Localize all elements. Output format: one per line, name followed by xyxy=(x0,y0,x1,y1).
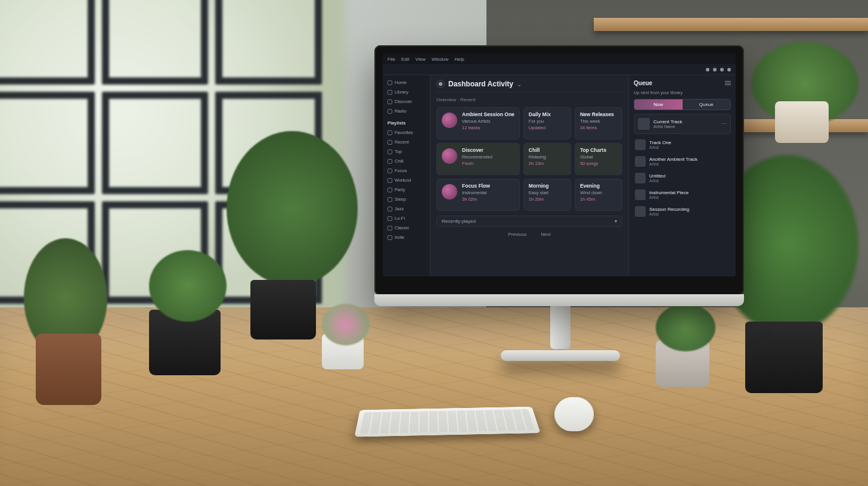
card-meta: 3h 02m xyxy=(462,197,490,202)
square-icon xyxy=(388,226,392,230)
menu-item[interactable]: View xyxy=(416,57,426,62)
sidebar-item[interactable]: Recent xyxy=(385,138,427,146)
card[interactable]: Ambient Session One Various Artists 12 t… xyxy=(436,107,520,139)
list-item[interactable]: Instrumental PieceArtist xyxy=(634,188,731,202)
sidebar-item[interactable]: Focus xyxy=(385,167,427,175)
card-subtitle: Relaxing xyxy=(529,154,546,160)
sidebar-item[interactable]: Radio xyxy=(385,107,427,115)
main-content: Dashboard Activity ⌄ Overview · Recent A… xyxy=(430,75,628,276)
list-item[interactable]: Another Ambient TrackArtist xyxy=(634,154,731,169)
plant-foliage xyxy=(149,250,227,322)
toolbar-icon[interactable] xyxy=(727,68,731,71)
track-title: Instrumental Piece xyxy=(649,190,689,195)
pager: Previous Next xyxy=(436,232,622,237)
sidebar-item[interactable]: Top xyxy=(385,148,427,155)
toolbar-icon[interactable] xyxy=(720,68,724,71)
menu-item[interactable]: Edit xyxy=(401,57,410,62)
card-title: Top Charts xyxy=(580,147,606,153)
square-icon xyxy=(388,109,392,114)
menu-item[interactable]: Help xyxy=(454,57,464,62)
square-icon xyxy=(388,140,392,145)
card-title: Ambient Session One xyxy=(462,111,514,117)
app-icon xyxy=(436,80,445,88)
sidebar-item[interactable]: Home xyxy=(385,79,427,86)
square-icon xyxy=(388,188,392,192)
track-artist: Artist xyxy=(649,195,689,200)
toolbar-icon[interactable] xyxy=(706,68,709,71)
sidebar-item[interactable]: Library xyxy=(385,88,427,96)
card-title: New Releases xyxy=(580,111,614,117)
square-icon xyxy=(388,80,392,85)
track-artist: Artist xyxy=(649,145,671,149)
plant-foliage xyxy=(656,304,715,351)
pager-next[interactable]: Next xyxy=(541,232,550,237)
card-subtitle: For you xyxy=(529,119,551,124)
track-title: Untitled xyxy=(649,173,665,179)
card[interactable]: New Releases This week 24 items xyxy=(575,107,622,139)
sidebar-item[interactable]: Indie xyxy=(385,233,427,241)
right-panel: Queue Up next from your library Now Queu… xyxy=(628,75,736,276)
card[interactable]: Top Charts Global 50 songs xyxy=(575,143,622,175)
dropdown-icon[interactable]: ▾ xyxy=(615,219,617,224)
card-title: Discover xyxy=(462,147,492,153)
pager-prev[interactable]: Previous xyxy=(508,232,526,237)
menu-item[interactable]: File xyxy=(388,57,395,62)
card[interactable]: Evening Wind down 1h 45m xyxy=(575,179,622,211)
track-artist: Artist xyxy=(649,212,689,216)
card[interactable]: Daily Mix For you Updated xyxy=(523,107,571,139)
chevron-down-icon[interactable]: ⌄ xyxy=(517,81,522,88)
menu-item[interactable]: Window xyxy=(432,57,448,62)
avatar-icon xyxy=(442,184,457,200)
footer-bar: Recently played ▾ xyxy=(436,216,622,227)
app-screen: File Edit View Window Help Home Library xyxy=(383,54,736,276)
list-item[interactable]: Session RecordingArtist xyxy=(634,204,731,219)
sidebar-item[interactable]: Lo-Fi xyxy=(385,214,427,222)
card[interactable]: Morning Easy start 1h 20m xyxy=(523,179,571,211)
card-subtitle: Recommended xyxy=(462,154,492,160)
square-icon xyxy=(388,90,392,95)
album-art-icon xyxy=(635,206,646,217)
square-icon xyxy=(388,130,392,135)
list-item[interactable]: Track OneArtist xyxy=(634,138,731,152)
list-item[interactable]: UntitledArtist xyxy=(634,171,731,185)
sidebar-item[interactable]: Jazz xyxy=(385,205,427,213)
sidebar-item[interactable]: Workout xyxy=(385,176,427,184)
track-artist: Artist xyxy=(649,162,698,166)
now-artist: Artist Name xyxy=(653,124,682,129)
card[interactable]: Chill Relaxing 2h 10m xyxy=(523,143,571,175)
square-icon xyxy=(388,207,392,211)
sidebar-item[interactable]: Chill xyxy=(385,157,427,165)
toolbar xyxy=(383,64,736,75)
card-title: Chill xyxy=(529,147,546,153)
photo-scene: File Edit View Window Help Home Library xyxy=(0,0,868,486)
main-header: Dashboard Activity ⌄ xyxy=(436,80,622,92)
card-subtitle: Instrumental xyxy=(462,190,490,195)
panel-title-row: Queue xyxy=(634,80,731,86)
card-title: Morning xyxy=(529,183,549,189)
sidebar-item[interactable]: Sleep xyxy=(385,195,427,203)
card[interactable]: Discover Recommended Fresh xyxy=(436,143,520,175)
square-icon xyxy=(388,169,392,173)
keyboard xyxy=(354,407,540,437)
menubar: File Edit View Window Help xyxy=(383,54,736,64)
now-playing[interactable]: Current Track Artist Name ⋯ xyxy=(634,114,731,134)
card-meta: 50 songs xyxy=(580,161,606,166)
plant-foliage xyxy=(322,304,370,345)
sidebar-item[interactable]: Favorites xyxy=(385,129,427,136)
more-icon[interactable]: ⋯ xyxy=(721,121,727,127)
tab-now[interactable]: Now xyxy=(634,99,683,110)
sidebar-item[interactable]: Classic xyxy=(385,224,427,232)
sidebar-item[interactable]: Discover xyxy=(385,98,427,105)
sidebar-item[interactable]: Party xyxy=(385,186,427,194)
queue-list: Track OneArtist Another Ambient TrackArt… xyxy=(634,138,731,219)
tab-queue[interactable]: Queue xyxy=(683,99,731,110)
breadcrumb: Overview · Recent xyxy=(436,97,622,102)
square-icon xyxy=(388,197,392,202)
card-meta: 1h 20m xyxy=(529,197,549,202)
card-title: Daily Mix xyxy=(529,111,551,117)
plant-pot xyxy=(745,322,823,393)
toolbar-icon[interactable] xyxy=(713,68,717,71)
card[interactable]: Focus Flow Instrumental 3h 02m xyxy=(436,179,520,211)
menu-icon[interactable] xyxy=(725,81,731,86)
card-subtitle: This week xyxy=(580,119,614,124)
